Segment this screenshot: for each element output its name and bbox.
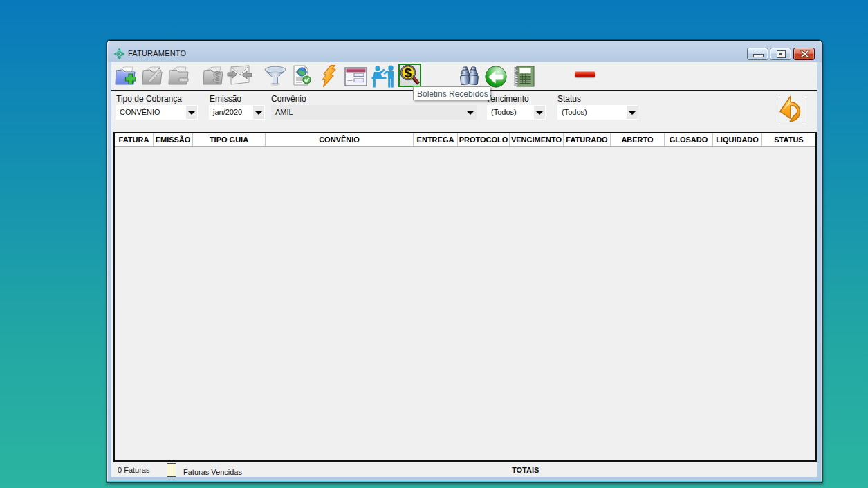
svg-text:$: $ (213, 68, 221, 85)
svg-text:$: $ (405, 66, 412, 80)
